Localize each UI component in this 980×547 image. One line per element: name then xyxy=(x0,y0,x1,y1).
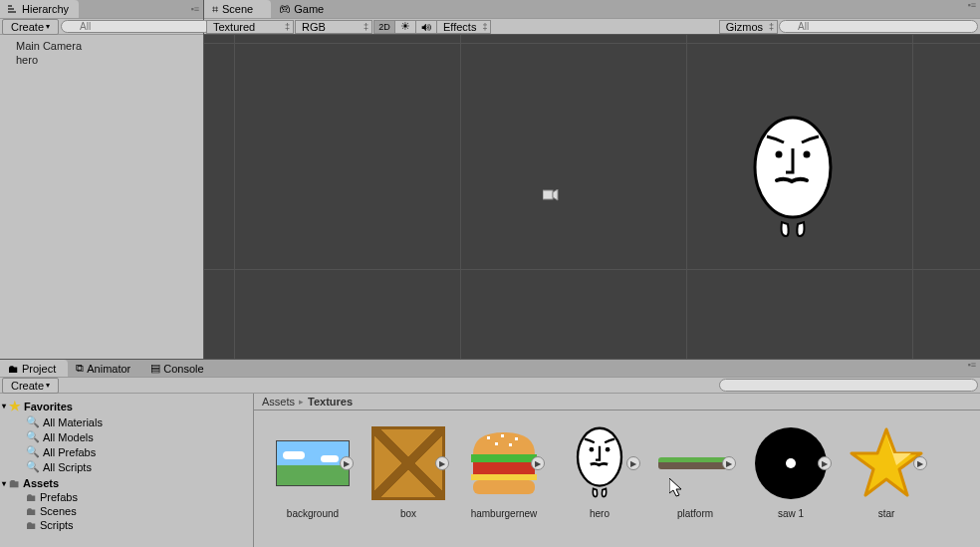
2d-toggle[interactable]: 2D xyxy=(373,20,395,34)
render-mode-dropdown[interactable]: RGB xyxy=(295,20,372,34)
scene-icon: ⌗ xyxy=(212,3,218,16)
folder-icon: 🖿 xyxy=(26,491,37,503)
search-filter-icon: 🔍 xyxy=(26,445,40,458)
chevron-down-icon: ▾ xyxy=(2,402,6,410)
hero-thumbnail xyxy=(576,426,623,500)
hierarchy-item[interactable]: hero xyxy=(16,53,203,67)
folder-icon: 🖿 xyxy=(26,505,37,517)
svg-rect-11 xyxy=(495,442,498,445)
light-icon: ☀ xyxy=(400,20,410,33)
chevron-down-icon: ▾ xyxy=(46,22,50,31)
tab-project[interactable]: 🖿 Project xyxy=(0,360,68,377)
platform-thumbnail xyxy=(658,457,732,469)
tab-game[interactable]: 🎮︎ Game xyxy=(271,0,342,18)
breadcrumb-item[interactable]: Assets xyxy=(262,396,295,408)
console-icon: ▤ xyxy=(150,362,160,375)
svg-rect-3 xyxy=(543,190,553,199)
asset-item-saw[interactable]: ▶ saw 1 xyxy=(752,426,830,531)
favorites-item[interactable]: 🔍All Materials xyxy=(2,414,251,429)
tab-scene[interactable]: ⌗ Scene xyxy=(204,0,271,18)
svg-rect-6 xyxy=(471,474,537,480)
project-search-input[interactable] xyxy=(719,379,978,392)
tab-label: Hierarchy xyxy=(22,3,69,15)
star-thumbnail xyxy=(850,427,923,499)
hero-sprite[interactable] xyxy=(752,115,834,242)
svg-point-14 xyxy=(590,447,595,452)
hierarchy-create-button[interactable]: Create ▾ xyxy=(2,19,59,35)
folder-icon: 🖿 xyxy=(9,477,20,489)
panel-options-icon[interactable]: ▪≡ xyxy=(964,360,980,377)
saw-thumbnail xyxy=(755,427,827,499)
background-thumbnail xyxy=(276,440,350,486)
asset-item-background[interactable]: ▶ background xyxy=(274,426,352,531)
asset-item-star[interactable]: ▶ star xyxy=(848,426,925,531)
game-icon: 🎮︎ xyxy=(279,3,290,15)
scene-panel: ⌗ Scene 🎮︎ Game ▪≡ Textured RGB 2D ☀ 🔊︎ … xyxy=(204,0,980,359)
tab-console[interactable]: ▤ Console xyxy=(142,360,215,377)
asset-folder[interactable]: 🖿Prefabs xyxy=(2,490,251,504)
search-filter-icon: 🔍 xyxy=(26,460,40,473)
svg-point-15 xyxy=(606,447,611,452)
breadcrumb-item[interactable]: Textures xyxy=(308,396,353,408)
expand-icon[interactable]: ▶ xyxy=(722,456,736,470)
asset-item-box[interactable]: ▶ box xyxy=(369,426,447,531)
expand-icon[interactable]: ▶ xyxy=(626,456,640,470)
search-filter-icon: 🔍 xyxy=(26,430,40,443)
project-panel: 🖿 Project ⧉ Animator ▤ Console ▪≡ Create… xyxy=(0,360,980,547)
hierarchy-list: Main Camera hero xyxy=(0,35,203,359)
hierarchy-search-input[interactable] xyxy=(61,20,211,33)
asset-item-platform[interactable]: ▶ platform xyxy=(656,426,734,531)
asset-folder[interactable]: 🖿Scripts xyxy=(2,518,251,532)
hierarchy-icon xyxy=(8,3,18,15)
favorites-header[interactable]: ▾ ★ Favorites xyxy=(2,398,251,414)
svg-point-1 xyxy=(776,151,783,158)
expand-icon[interactable]: ▶ xyxy=(531,456,545,470)
svg-rect-12 xyxy=(509,443,512,446)
svg-rect-8 xyxy=(487,436,490,439)
expand-icon[interactable]: ▶ xyxy=(435,456,449,470)
search-filter-icon: 🔍 xyxy=(26,415,40,428)
svg-rect-5 xyxy=(473,462,535,474)
svg-rect-7 xyxy=(473,480,535,494)
hamburger-thumbnail xyxy=(467,428,541,498)
audio-toggle[interactable]: 🔊︎ xyxy=(415,20,437,34)
favorites-item[interactable]: 🔍All Models xyxy=(2,429,251,444)
hierarchy-item[interactable]: Main Camera xyxy=(16,39,203,53)
breadcrumb: Assets ▸ Textures xyxy=(254,394,980,410)
asset-item-hero[interactable]: ▶ hero xyxy=(561,426,638,531)
expand-icon[interactable]: ▶ xyxy=(818,456,832,470)
star-icon: ★ xyxy=(9,399,21,413)
hierarchy-panel: Hierarchy ▪≡ Create ▾ 🔍 Main Camera hero xyxy=(0,0,204,359)
gizmos-dropdown[interactable]: Gizmos xyxy=(719,20,778,34)
asset-folder[interactable]: 🖿Scenes xyxy=(2,504,251,518)
effects-dropdown[interactable]: Effects xyxy=(436,20,491,34)
scene-search-input[interactable] xyxy=(779,20,978,33)
expand-icon[interactable]: ▶ xyxy=(340,456,354,470)
favorites-item[interactable]: 🔍All Scripts xyxy=(2,459,251,474)
svg-rect-4 xyxy=(471,454,537,462)
tab-animator[interactable]: ⧉ Animator xyxy=(68,360,142,377)
assets-header[interactable]: ▾ 🖿 Assets xyxy=(2,476,251,490)
svg-point-2 xyxy=(804,151,811,158)
chevron-down-icon: ▾ xyxy=(46,381,50,390)
audio-icon: 🔊︎ xyxy=(421,21,432,33)
shading-mode-dropdown[interactable]: Textured xyxy=(206,20,294,34)
scene-view[interactable] xyxy=(204,35,980,359)
scene-toolbar: Textured RGB 2D ☀ 🔊︎ Effects Gizmos 🔍 xyxy=(204,18,980,35)
panel-options-icon[interactable]: ▪≡ xyxy=(187,4,203,14)
tab-hierarchy[interactable]: Hierarchy xyxy=(0,0,79,18)
lighting-toggle[interactable]: ☀ xyxy=(394,20,416,34)
asset-item-hamburger[interactable]: ▶ hamburgernew xyxy=(465,426,543,531)
panel-options-icon[interactable]: ▪≡ xyxy=(964,0,980,18)
svg-rect-9 xyxy=(501,434,504,437)
asset-grid: ▶ background ▶ box xyxy=(254,410,980,547)
box-thumbnail xyxy=(371,426,445,500)
animator-icon: ⧉ xyxy=(76,362,84,375)
project-tree: ▾ ★ Favorites 🔍All Materials 🔍All Models… xyxy=(0,394,254,547)
favorites-item[interactable]: 🔍All Prefabs xyxy=(2,444,251,459)
camera-gizmo-icon xyxy=(543,189,559,201)
chevron-down-icon: ▾ xyxy=(2,479,6,488)
expand-icon[interactable]: ▶ xyxy=(913,456,927,470)
asset-view: Assets ▸ Textures ▶ background ▶ box xyxy=(254,394,980,547)
project-create-button[interactable]: Create ▾ xyxy=(2,378,59,394)
